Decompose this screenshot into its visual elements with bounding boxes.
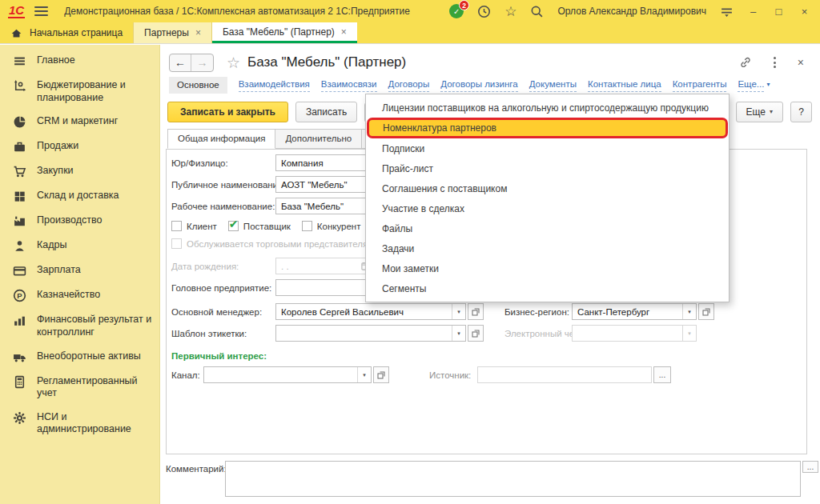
region-field[interactable]: Санкт-Петербург ▾ [572,303,697,320]
channel-field[interactable]: ▾ [203,366,372,383]
person-icon [13,239,26,253]
window-titlebar: 1С Демонстрационная база / 1С:Комплексна… [0,0,820,22]
more-button[interactable]: Еще ▾ [736,102,783,122]
nav-dogovory-lizinga[interactable]: Договоры лизинга [440,78,517,91]
form-nav: Основное Взаимодействия Взаимосвязи Дого… [161,75,820,94]
nav-kontaktnye-litsa[interactable]: Контактные лица [588,78,661,91]
favorites-icon[interactable]: ☆ [504,5,517,18]
sidebar-item-crm[interactable]: CRM и маркетинг [0,110,159,134]
dropdown-item[interactable]: Подписки [366,138,729,158]
dropdown-item[interactable]: Задачи [366,238,729,258]
birth-date-field[interactable]: . . [275,258,373,274]
chevron-down-icon[interactable]: ▾ [682,304,696,319]
public-name-label: Публичное наименование: [171,180,275,190]
open-icon[interactable] [373,366,389,383]
sales-rep-checkbox[interactable] [171,238,182,249]
chevron-down-icon[interactable]: ▾ [452,326,465,341]
service-menu-icon[interactable] [720,5,734,18]
dropdown-item[interactable]: Файлы [366,218,729,238]
pie-chart-icon [13,115,26,129]
sidebar-item-kaznacheystvo[interactable]: Р Казначейство [0,283,159,308]
maximize-button[interactable]: □ [773,6,785,17]
history-icon[interactable] [477,5,491,18]
notifications-icon[interactable]: 2 [449,4,464,18]
close-window-button[interactable]: × [798,6,810,17]
tab-partners[interactable]: Партнеры × [133,22,212,43]
source-more-button[interactable]: ... [653,366,671,383]
label-template-field[interactable]: ▾ [275,325,466,342]
save-close-button[interactable]: Записать и закрыть [167,102,288,122]
sidebar-item-proizvodstvo[interactable]: Производство [0,209,159,234]
tab-close-icon[interactable]: × [341,26,347,38]
home-tab[interactable]: Начальная страница [0,22,133,43]
favorite-star-icon[interactable]: ☆ [227,55,240,70]
dropdown-item[interactable]: Мои заметки [366,258,729,278]
nav-kontragenty[interactable]: Контрагенты [673,78,727,91]
sidebar-item-zarplata[interactable]: Зарплата [0,258,159,283]
comment-textarea[interactable] [225,461,801,497]
form-tab-general[interactable]: Общая информация [167,129,275,149]
copy-link-icon[interactable] [739,56,752,69]
main-menu-icon[interactable] [34,6,48,16]
sidebar-item-kadry[interactable]: Кадры [0,234,159,258]
briefcase-icon [13,140,26,154]
help-button[interactable]: ? [790,102,812,122]
comment-more-button[interactable]: ... [802,461,818,473]
sidebar-item-zakupki[interactable]: Закупки [0,159,159,184]
nav-more[interactable]: Еще... ▾ [738,78,770,91]
sidebar-item-reglament[interactable]: Регламентированный учет [0,370,159,406]
more-actions-icon[interactable] [772,55,778,70]
home-tab-label: Начальная страница [30,27,123,38]
echeck-field[interactable]: ▾ [572,325,697,342]
home-icon [10,27,22,39]
dropdown-item[interactable]: Лицензии поставщиков на алкогольную и сп… [366,98,729,118]
nav-dogovory[interactable]: Договоры [388,78,430,91]
sidebar-item-prodazhi[interactable]: Продажи [0,134,159,159]
save-button[interactable]: Записать [295,102,357,122]
factory-icon [13,214,26,228]
tab-close-icon[interactable]: × [195,27,201,38]
competitor-checkbox[interactable] [302,221,312,231]
open-icon[interactable] [468,303,484,320]
chevron-down-icon[interactable]: ▾ [682,326,696,341]
dropdown-item[interactable]: Сегменты [366,278,729,298]
nav-osnovnoe[interactable]: Основное [169,77,227,94]
back-button[interactable]: ← [170,54,191,71]
label-template-label: Шаблон этикетки: [171,329,275,338]
channel-label: Канал: [171,370,203,380]
forward-button[interactable]: → [191,54,213,71]
notification-badge: 2 [459,0,469,10]
supplier-checkbox[interactable]: ✔ [228,221,239,231]
tab-label: База "Мебель" (Партнер) [223,26,335,38]
nav-vzaimosvyazi[interactable]: Взаимосвязи [321,78,377,91]
sidebar-item-finrezultat[interactable]: Финансовый результат и контроллинг [0,308,159,344]
search-icon[interactable] [530,5,544,18]
dropdown-item[interactable]: Участие в сделках [366,198,729,218]
sidebar-item-aktivy[interactable]: Внеоборотные активы [0,345,159,370]
client-checkbox[interactable] [171,221,182,231]
open-icon[interactable] [698,303,714,320]
nav-dokumenty[interactable]: Документы [529,78,577,91]
dropdown-item[interactable]: Соглашения с поставщиком [366,178,729,198]
chevron-down-icon[interactable]: ▾ [452,304,465,319]
form-header: ← → ☆ База "Мебель" (Партнер) × [161,45,820,75]
sidebar-item-nsi[interactable]: НСИ и администрирование [0,406,159,442]
sidebar-item-glavnoe[interactable]: Главное [0,49,159,74]
source-field[interactable] [477,366,652,383]
open-icon[interactable] [468,325,484,342]
chevron-down-icon[interactable]: ▾ [357,367,371,382]
sidebar-item-budget[interactable]: Бюджетирование и планирование [0,74,159,110]
dropdown-item-highlighted[interactable]: Номенклатура партнеров [367,118,728,138]
manager-field[interactable]: Королев Сергей Васильевич ▾ [275,303,466,320]
dropdown-item[interactable]: Прайс-лист [366,158,729,178]
nav-vzaimodeystviya[interactable]: Взаимодействия [239,78,310,91]
close-form-button[interactable]: × [798,56,804,69]
form-tab-additional[interactable]: Дополнительно [275,129,362,149]
user-name[interactable]: Орлов Александр Владимирович [557,6,706,17]
menu-lines-icon [13,54,26,68]
sidebar: Главное Бюджетирование и планирование CR… [0,45,160,504]
comment-label: Комментарий: [166,461,225,474]
minimize-button[interactable]: – [747,6,759,17]
tab-baza-mebel[interactable]: База "Мебель" (Партнер) × [212,22,357,43]
sidebar-item-sklad[interactable]: Склад и доставка [0,184,159,209]
